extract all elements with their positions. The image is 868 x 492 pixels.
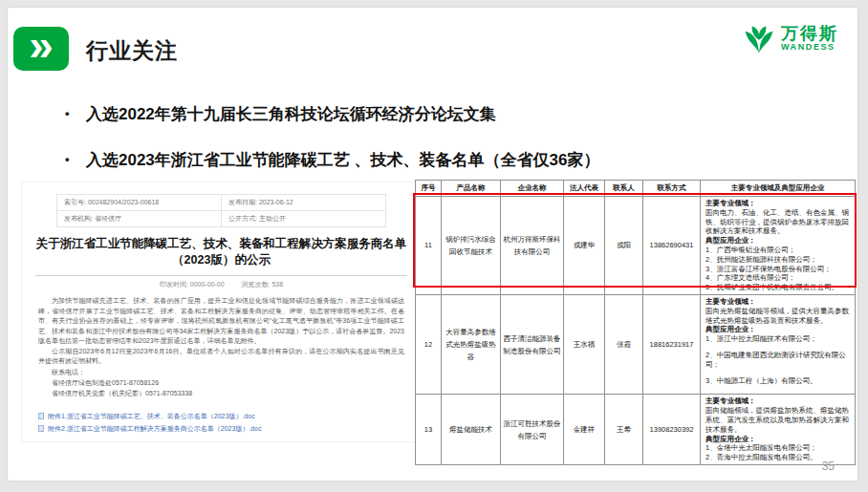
notice-body: 为加快节能降碳先进工艺、技术、装备的推广应用，提升工业和信息化领域节能降碳综合服… [38, 296, 404, 367]
cell-phone: 13862690431 [643, 197, 701, 295]
notice-contacts: 联系电话： 省经信厅绿色制造处0571-87058126 省经信厅机关党委（机关… [38, 367, 404, 398]
double-chevron-icon: » [13, 27, 69, 71]
cell-detail: 主要专业领域： 面向储能领域，提供熔盐加热系统、熔盐储热系统、蒸汽发生系统以及电… [701, 395, 856, 465]
notice-paragraph: 公示期自2023年6月12日至2023年6月16日。单位或者个人如对公示名单持有… [38, 347, 404, 367]
logo-name-cn: 万得斯 [781, 25, 838, 43]
areas-text: 面向电力、石油、化工、造纸、有色金属、钢铁、纺织等行业，提供锅炉余热废水零排放回… [705, 208, 850, 236]
notice-title: 关于浙江省工业节能降碳工艺、技术、装备和工程解决方案服务商名单（2023版）的公… [22, 236, 421, 268]
apps-label: 典型应用企业： [705, 325, 850, 334]
cell-detail: 主要专业领域： 面向光热熔盐储能等领域，提供大容量高参数塔式光热熔盐吸热器装置和… [701, 294, 856, 394]
col-header-product: 产品名称 [442, 181, 501, 197]
areas-label: 主要专业领域： [705, 396, 850, 406]
notice-paragraph: 为加快节能降碳先进工艺、技术、装备的推广应用，提升工业和信息化领域节能降碳综合服… [38, 296, 404, 347]
app-item: 1、浙江中控太阳能技术有限公司； [705, 334, 850, 344]
cell-company: 西子清洁能源装备制造股份有限公司 [501, 294, 564, 394]
col-header-phone: 联系方式 [643, 181, 701, 197]
presentation-slide: » 行业关注 万得斯 WANDESS • 入选2022年第十九届长三角科技论坛循… [8, 8, 857, 481]
contact-label: 联系电话： [38, 367, 404, 377]
bullet-text: 入选2022年第十九届长三角科技论坛循环经济分论坛文集 [86, 103, 496, 125]
areas-text: 面向光热熔盐储能等领域，提供大容量高参数塔式光热熔盐吸热器装置和技术服务。 [705, 307, 850, 326]
col-header-contact: 联系人 [605, 181, 643, 197]
cell-phone: 18816231917 [643, 294, 701, 394]
notice-document-screenshot: 索引号: 002482904/2023-00618 发布日期: 2023-06-… [21, 182, 422, 442]
app-item: 2、中国电建集团西北勘测设计研究院有限公司； [705, 351, 850, 370]
areas-label: 主要专业领域： [705, 297, 850, 307]
attachment-link-1[interactable]: 附件1.浙江省工业节能降碳工艺、技术、装备公示名单（2023版）.doc [38, 410, 404, 422]
areas-text: 面向储能领域，提供熔盐加热系统、熔盐储热系统、蒸汽发生系统以及电加热器解决方案和… [705, 406, 850, 434]
slide-title: 行业关注 [86, 36, 178, 66]
cell-company: 杭州万得斯环保科技有限公司 [501, 197, 564, 295]
cell-legal: 戎建华 [564, 197, 605, 295]
cell-contact: 戎阳 [605, 197, 643, 295]
company-logo: 万得斯 WANDESS [742, 21, 838, 55]
screenshot-canvas: » 行业关注 万得斯 WANDESS • 入选2022年第十九届长三角科技论坛循… [0, 0, 868, 492]
cell-contact: 王希 [605, 395, 643, 465]
notice-index: 索引号: 002482904/2023-00618 [57, 195, 222, 211]
app-item: 2、抚州能达新能源科技有限公司； [705, 255, 850, 265]
table-header-row: 序号 产品名称 企业名称 法人代表 联系人 联系方式 主要专业领域及典型应用企业 [416, 181, 856, 197]
table-row-13: 13 熔盐储能技术 浙江可胜技术股份有限公司 金建祥 王希 1390823039… [416, 395, 856, 465]
cell-no: 12 [416, 294, 442, 394]
col-header-detail: 主要专业领域及典型应用企业 [701, 181, 856, 197]
logo-text: 万得斯 WANDESS [781, 25, 838, 52]
bullet-item: • 入选2023年浙江省工业节能降碳工艺 、技术、装备名单（全省仅36家） [65, 149, 753, 171]
attachment-text: 附件2.浙江省工业节能降碳工程解决方案服务商公示名单（2023版）.doc [48, 422, 262, 435]
contact-line: 省经信厅机关党委（机关纪委）0571-87053338 [38, 388, 404, 398]
app-item: 4、广东理文造纸有限公司； [705, 273, 850, 283]
col-header-no: 序号 [416, 181, 442, 197]
notice-print-time: 印发时间: 0000-00-00 [160, 281, 225, 288]
apps-list: 1、广西华银铝业有限公司； 2、抚州能达新能源科技有限公司； 3、浙江富春江环保… [705, 246, 850, 292]
attachment-link-2[interactable]: 附件2.浙江省工业节能降碳工程解决方案服务商公示名单（2023版）.doc [38, 422, 404, 435]
attachment-list: 附件1.浙江省工业节能降碳工艺、技术、装备公示名单（2023版）.doc 附件2… [38, 410, 404, 435]
cell-no: 11 [416, 197, 442, 295]
chevron-glyph: » [29, 23, 54, 67]
app-item: 5、抚顺矿业集团中机热电有限责任公司。 [705, 283, 850, 292]
doc-file-icon [38, 413, 44, 419]
divider [35, 275, 407, 276]
app-item: 1、广西华银铝业有限公司； [705, 246, 850, 255]
notice-publicity: 公开方式: 主动公开 [222, 211, 386, 227]
logo-name-en: WANDESS [781, 43, 838, 52]
contact-line: 省经信厅绿色制造处0571-87058126 [38, 377, 404, 388]
table-row-11: 11 锅炉排污水综合回收节能技术 杭州万得斯环保科技有限公司 戎建华 戎阳 13… [416, 197, 856, 295]
cell-product: 熔盐储能技术 [442, 395, 501, 465]
wandess-leaf-icon [742, 21, 776, 55]
cell-legal: 金建祥 [564, 395, 605, 465]
cell-detail: 主要专业领域： 面向电力、石油、化工、造纸、有色金属、钢铁、纺织等行业，提供锅炉… [701, 197, 856, 295]
cell-no: 13 [416, 395, 442, 465]
cell-product: 大容量高参数塔式光热熔盐吸热器 [442, 294, 501, 394]
app-item: 1、金塔中光太阳能发电有限公司； [705, 443, 850, 453]
table-row-12: 12 大容量高参数塔式光热熔盐吸热器 西子清洁能源装备制造股份有限公司 王水福 … [416, 294, 856, 394]
attachment-text: 附件1.浙江省工业节能降碳工艺、技术、装备公示名单（2023版）.doc [48, 410, 255, 422]
col-header-legal: 法人代表 [564, 181, 605, 197]
notice-info-table: 索引号: 002482904/2023-00618 发布日期: 2023-06-… [56, 194, 386, 227]
apps-label: 典型应用企业： [705, 236, 850, 246]
app-item: 3、浙江富春江环保热电股份有限公司； [705, 265, 850, 274]
doc-file-icon [38, 425, 44, 432]
notice-views: 浏览次数: 538 [242, 281, 284, 288]
apps-label: 典型应用企业： [705, 435, 850, 444]
page-number: 35 [822, 460, 835, 473]
cell-company: 浙江可胜技术股份有限公司 [501, 395, 564, 465]
bullet-text: 入选2023年浙江省工业节能降碳工艺 、技术、装备名单（全省仅36家） [86, 149, 599, 171]
notice-meta: 印发时间: 0000-00-00 浏览次数: 538 [22, 280, 421, 289]
cell-product: 锅炉排污水综合回收节能技术 [442, 197, 501, 295]
app-item: 3、中能源工程（上海）有限公司。 [705, 376, 850, 386]
bullet-item: • 入选2022年第十九届长三角科技论坛循环经济分论坛文集 [65, 103, 753, 125]
cell-contact: 张霞 [605, 294, 643, 394]
cell-legal: 王水福 [564, 294, 605, 394]
service-provider-table: 序号 产品名称 企业名称 法人代表 联系人 联系方式 主要专业领域及典型应用企业… [415, 180, 856, 465]
bullet-dot: • [65, 149, 86, 171]
col-header-company: 企业名称 [501, 181, 564, 197]
notice-agency: 发布机构: 省经信厅 [57, 211, 222, 227]
apps-list: 1、浙江中控太阳能技术有限公司； 2、中国电建集团西北勘测设计研究院有限公司； … [705, 334, 850, 385]
bullet-dot: • [65, 103, 86, 125]
cell-phone: 13908230392 [643, 395, 701, 465]
notice-date: 发布日期: 2023-06-12 [222, 195, 386, 211]
areas-label: 主要专业领域： [705, 199, 850, 208]
